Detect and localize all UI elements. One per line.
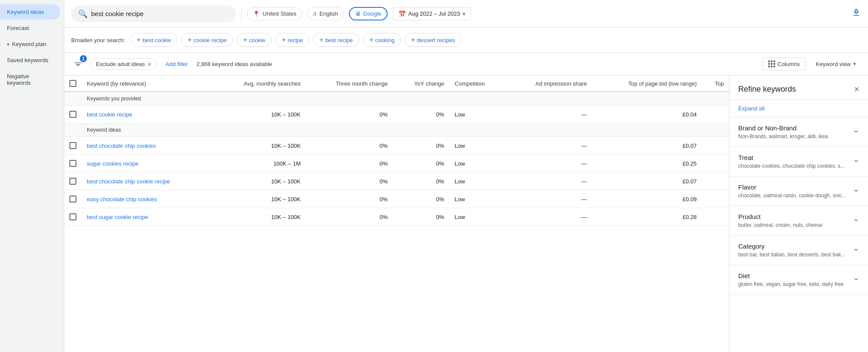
broaden-chip-best-recipe[interactable]: + best recipe	[313, 33, 359, 47]
download-button[interactable]	[852, 8, 861, 20]
remove-filter-icon[interactable]: ×	[148, 60, 151, 68]
keyword-cell[interactable]: best chocolate chip cookies	[82, 137, 212, 155]
keyword-cell[interactable]: easy chocolate chip cookies	[82, 190, 212, 208]
main-content: 🔍 📍 United States 𝐴 English 🖥 Google 📅 A…	[64, 0, 868, 352]
filter-badge: 1	[80, 55, 87, 62]
col-keyword[interactable]: Keyword (by relevance)	[82, 76, 212, 92]
keyword-view-button[interactable]: Keyword view ▾	[811, 58, 861, 70]
refine-item-flavor: Flavor chocolate, oatmeal raisin, cookie…	[730, 176, 868, 206]
columns-button[interactable]: Columns	[763, 57, 806, 70]
select-all-header[interactable]	[64, 76, 82, 92]
search-box[interactable]: 🔍	[71, 6, 236, 22]
grid-icon	[768, 60, 775, 67]
row-checkbox[interactable]	[69, 111, 76, 118]
broaden-bar: Broaden your search: + best cookie + coo…	[64, 28, 868, 53]
refine-item-treat-header[interactable]: Treat chocolate cookies, chocolate chip …	[730, 147, 868, 176]
yoy-cell: 0%	[393, 106, 449, 123]
table-row: easy chocolate chip cookies 10K – 100K 0…	[64, 190, 729, 208]
broaden-chip-cookie[interactable]: + cookie	[237, 33, 272, 47]
top-bid-low-cell: £0.04	[592, 106, 702, 123]
refine-item-product-sub: butter, oatmeal, cream, nuts, cheese	[738, 222, 853, 228]
broaden-chip-best-cookie[interactable]: + best cookie	[130, 33, 178, 47]
table-row: best cookie recipe 10K – 100K 0% 0% Low …	[64, 106, 729, 123]
filter-icon-wrap: 1	[71, 57, 85, 71]
language-selector[interactable]: 𝐴 English	[307, 7, 344, 20]
platform-selector[interactable]: 🖥 Google	[349, 7, 388, 20]
col-three-month[interactable]: Three month change	[306, 76, 393, 92]
keyword-table-wrap: Keyword (by relevance) Avg. monthly sear…	[64, 76, 729, 352]
sidebar-item-negative-keywords[interactable]: Negative keywords	[0, 69, 60, 90]
sidebar-item-keyword-ideas[interactable]: Keyword ideas	[0, 4, 60, 20]
broaden-chip-cooking[interactable]: + cooking	[363, 33, 401, 47]
refine-header: Refine keywords ×	[730, 76, 868, 100]
select-all-checkbox[interactable]	[69, 80, 76, 87]
location-selector[interactable]: 📍 United States	[247, 7, 302, 20]
refine-item-brand-title: Brand or Non-Brand	[738, 124, 853, 132]
refine-item-treat-title: Treat	[738, 154, 853, 161]
refine-item-category-sub: best bar, best italian, best desserts, b…	[738, 252, 853, 258]
table-row: best chocolate chip cookie recipe 10K – …	[64, 173, 729, 190]
refine-item-category: Category best bar, best italian, best de…	[730, 236, 868, 265]
broaden-chip-dessert-recipes[interactable]: + dessert recipes	[404, 33, 462, 47]
row-checkbox[interactable]	[69, 178, 76, 185]
broaden-chip-recipe[interactable]: + recipe	[275, 33, 309, 47]
plus-icon: +	[319, 36, 323, 44]
plus-icon: +	[243, 36, 247, 44]
date-range-selector[interactable]: 📅 Aug 2022 – Jul 2023 ▾	[393, 7, 471, 20]
close-refine-button[interactable]: ×	[854, 84, 859, 94]
refine-item-diet-header[interactable]: Diet gluten free, vegan, sugar free, ket…	[730, 265, 868, 294]
plus-icon: +	[282, 36, 286, 44]
sidebar-item-forecast[interactable]: Forecast	[0, 20, 60, 36]
col-top-bid-low[interactable]: Top of page bid (low range)	[592, 76, 702, 92]
table-row: best sugar cookie recipe 10K – 100K 0% 0…	[64, 208, 729, 226]
competition-cell: Low	[450, 106, 506, 123]
row-checkbox[interactable]	[69, 196, 76, 203]
refine-panel: Refine keywords × Expand all Brand or No…	[729, 76, 868, 352]
col-yoy[interactable]: YoY change	[393, 76, 449, 92]
refine-item-brand-header[interactable]: Brand or Non-Brand Non-Brands, walmart, …	[730, 117, 868, 146]
sidebar-item-keyword-plan[interactable]: ▾ Keyword plan	[0, 37, 60, 52]
refine-item-product: Product butter, oatmeal, cream, nuts, ch…	[730, 206, 868, 236]
keyword-cell[interactable]: sugar cookies recipe	[82, 155, 212, 173]
section-label: Keywords you provided	[82, 92, 729, 106]
table-body: Keywords you provided best cookie recipe…	[64, 92, 729, 226]
chevron-down-icon: ⌄	[853, 125, 859, 135]
refine-item-product-title: Product	[738, 213, 853, 220]
three-month-cell: 0%	[306, 106, 393, 123]
exclude-adult-chip[interactable]: Exclude adult ideas ×	[90, 58, 157, 70]
sidebar-item-saved-keywords[interactable]: Saved keywords	[0, 53, 60, 68]
row-checkbox-cell[interactable]	[64, 106, 82, 123]
row-checkbox[interactable]	[69, 142, 76, 149]
col-top-bid-high[interactable]: Top	[702, 76, 729, 92]
keyword-cell[interactable]: best cookie recipe	[82, 106, 212, 123]
col-ad-impression[interactable]: Ad impression share	[506, 76, 592, 92]
row-checkbox[interactable]	[69, 213, 76, 220]
keyword-cell[interactable]: best chocolate chip cookie recipe	[82, 173, 212, 190]
refine-item-category-title: Category	[738, 242, 853, 250]
refine-item-category-header[interactable]: Category best bar, best italian, best de…	[730, 236, 868, 265]
filter-bar: 1 Exclude adult ideas × Add filter 2,868…	[64, 53, 868, 76]
refine-item-diet-sub: gluten free, vegan, sugar free, keto, da…	[738, 281, 853, 287]
table-row: best chocolate chip cookies 10K – 100K 0…	[64, 137, 729, 155]
refine-item-flavor-header[interactable]: Flavor chocolate, oatmeal raisin, cookie…	[730, 176, 868, 206]
refine-item-product-header[interactable]: Product butter, oatmeal, cream, nuts, ch…	[730, 206, 868, 235]
topbar: 🔍 📍 United States 𝐴 English 🖥 Google 📅 A…	[64, 0, 868, 28]
refine-title: Refine keywords	[738, 85, 854, 94]
row-checkbox[interactable]	[69, 160, 76, 167]
search-input[interactable]	[91, 10, 221, 17]
col-competition[interactable]: Competition	[450, 76, 506, 92]
plus-icon: +	[187, 36, 191, 44]
broaden-chip-cookie-recipe[interactable]: + cookie recipe	[181, 33, 233, 47]
add-filter-button[interactable]: Add filter	[162, 59, 191, 69]
chevron-down-icon: ⌄	[853, 184, 859, 194]
col-avg-monthly[interactable]: Avg. monthly searches	[212, 76, 306, 92]
section-label: Keyword ideas	[82, 123, 729, 137]
keyword-cell[interactable]: best sugar cookie recipe	[82, 208, 212, 226]
keyword-count: 2,868 keyword ideas available	[197, 61, 272, 67]
refine-item-treat-sub: chocolate cookies, chocolate chip cookie…	[738, 163, 853, 169]
expand-all-button[interactable]: Expand all	[730, 100, 868, 117]
dropdown-chevron-icon: ▾	[853, 61, 856, 67]
content-area: Keyword (by relevance) Avg. monthly sear…	[64, 76, 868, 352]
app-container: Keyword ideas Forecast ▾ Keyword plan Sa…	[0, 0, 868, 352]
refine-item-flavor-sub: chocolate, oatmeal raisin, cookie dough,…	[738, 193, 853, 199]
